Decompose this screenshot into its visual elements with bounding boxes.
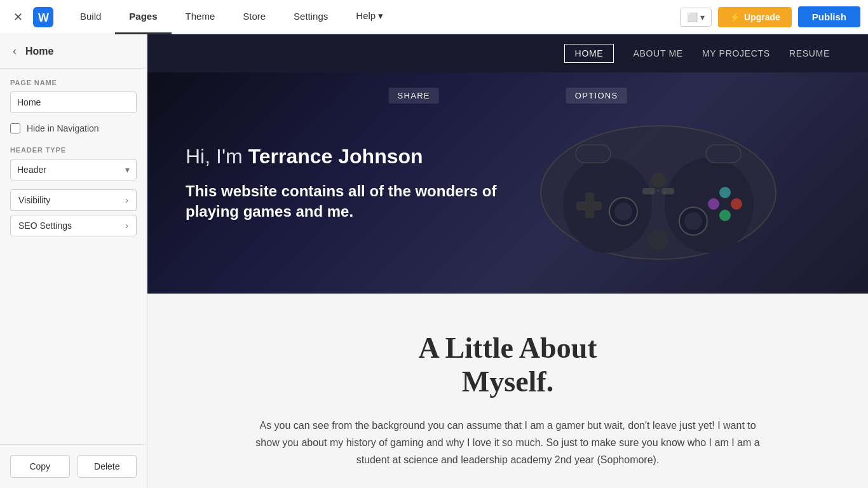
main-layout: ‹ Home PAGE NAME Hide in Navigation HEAD…	[0, 34, 868, 488]
site-nav-projects[interactable]: MY PROJECTS	[702, 46, 770, 61]
svg-text:W: W	[38, 11, 49, 24]
seo-settings-label: SEO Settings	[18, 220, 72, 231]
about-section: A Little About Myself. As you can see fr…	[147, 294, 868, 488]
hero-subtitle: This website contains all of the wonders…	[186, 181, 541, 220]
nav-items: Build Pages Theme Store Settings Help ▾	[66, 0, 680, 34]
seo-settings-row[interactable]: SEO Settings ›	[10, 215, 137, 236]
hero-section: SHARE OPTIONS Hi, I'm Terrance Johnson T…	[147, 72, 868, 294]
svg-point-18	[648, 230, 668, 250]
visibility-row[interactable]: Visibility ›	[10, 189, 137, 211]
hero-name: Terrance Johnson	[248, 145, 423, 168]
top-navbar: ✕ W Build Pages Theme Store Settings Hel…	[0, 0, 868, 34]
about-body: As you can see from the background you c…	[247, 417, 768, 469]
hide-nav-label: Hide in Navigation	[27, 123, 99, 133]
svg-point-14	[684, 212, 702, 230]
lightning-icon: ⚡	[729, 12, 740, 22]
sidebar: ‹ Home PAGE NAME Hide in Navigation HEAD…	[0, 34, 147, 488]
upgrade-button[interactable]: ⚡ Upgrade	[718, 7, 792, 27]
device-selector[interactable]: ⬜ ▾	[680, 8, 712, 27]
hide-nav-checkbox[interactable]	[10, 123, 20, 133]
publish-button[interactable]: Publish	[798, 6, 860, 27]
site-navbar: HOME ABOUT ME MY PROJECTS RESUME	[147, 34, 868, 72]
page-name-label: PAGE NAME	[10, 79, 137, 86]
sidebar-header: ‹ Home	[0, 34, 147, 69]
chevron-down-icon: ▾	[700, 12, 705, 22]
svg-point-22	[663, 191, 666, 194]
close-button[interactable]: ✕	[8, 7, 28, 27]
options-button[interactable]: OPTIONS	[566, 88, 627, 104]
visibility-label: Visibility	[18, 195, 50, 205]
header-type-arrow: ▾	[119, 159, 136, 180]
logo: W	[31, 4, 56, 30]
svg-rect-19	[576, 145, 611, 163]
visibility-arrow: ›	[125, 195, 128, 205]
delete-button[interactable]: Delete	[78, 455, 137, 478]
hero-text: Hi, I'm Terrance Johnson This website co…	[147, 145, 580, 220]
seo-settings-arrow: ›	[125, 220, 128, 231]
share-button[interactable]: SHARE	[389, 88, 439, 104]
nav-right: ⬜ ▾ ⚡ Upgrade Publish	[680, 6, 860, 27]
hide-nav-row: Hide in Navigation	[10, 123, 137, 133]
about-title: A Little About Myself.	[173, 332, 843, 399]
svg-point-23	[651, 191, 653, 194]
copy-button[interactable]: Copy	[10, 455, 70, 478]
svg-point-21	[657, 189, 660, 192]
nav-item-pages[interactable]: Pages	[115, 0, 171, 34]
sidebar-body: PAGE NAME Hide in Navigation HEADER TYPE…	[0, 69, 147, 444]
nav-item-help[interactable]: Help ▾	[342, 0, 397, 34]
svg-rect-6	[576, 201, 602, 210]
site-nav-home[interactable]: HOME	[564, 44, 614, 63]
monitor-icon: ⬜	[687, 12, 698, 22]
sidebar-footer: Copy Delete	[0, 444, 147, 488]
site-nav-about[interactable]: ABOUT ME	[633, 46, 682, 61]
sidebar-back-button[interactable]: ‹	[10, 43, 19, 59]
content-area: HOME ABOUT ME MY PROJECTS RESUME	[147, 34, 868, 488]
nav-item-settings[interactable]: Settings	[280, 0, 342, 34]
svg-point-17	[651, 172, 666, 187]
nav-item-theme[interactable]: Theme	[172, 0, 229, 34]
header-type-label: HEADER TYPE	[10, 146, 137, 154]
svg-point-8	[731, 198, 742, 210]
header-type-select-row: Header None Splash ▾	[10, 159, 137, 180]
svg-rect-20	[706, 145, 741, 163]
svg-rect-16	[661, 188, 674, 194]
svg-point-12	[614, 203, 632, 220]
nav-item-build[interactable]: Build	[66, 0, 115, 34]
site-nav-resume[interactable]: RESUME	[789, 46, 830, 61]
nav-item-store[interactable]: Store	[229, 0, 280, 34]
page-name-input[interactable]	[10, 92, 137, 113]
sidebar-title: Home	[25, 46, 53, 57]
svg-rect-15	[642, 188, 655, 194]
hero-greeting: Hi, I'm Terrance Johnson	[186, 145, 541, 168]
header-type-select[interactable]: Header None Splash	[11, 159, 119, 180]
svg-point-10	[719, 210, 731, 221]
svg-point-7	[719, 187, 731, 198]
hero-overlay-buttons: SHARE OPTIONS	[389, 88, 627, 104]
svg-point-9	[708, 198, 719, 210]
